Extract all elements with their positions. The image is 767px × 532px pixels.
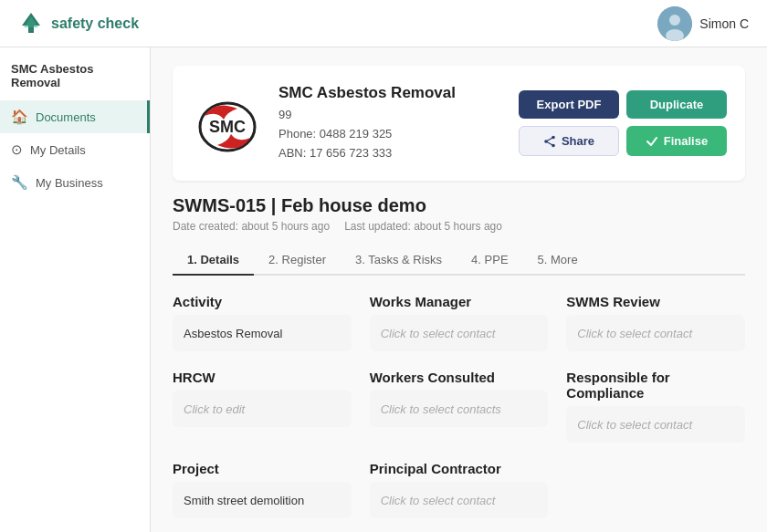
duplicate-button[interactable]: Duplicate <box>626 90 727 119</box>
tab-tasks-risks[interactable]: 3. Tasks & Risks <box>341 245 457 276</box>
principal-contractor-value[interactable]: Click to select contact <box>370 482 549 518</box>
swms-review-value[interactable]: Click to select contact <box>566 315 745 351</box>
sidebar: SMC Asbestos Removal 🏠 Documents ⊙ My De… <box>0 47 151 532</box>
sidebar-item-documents[interactable]: 🏠 Documents <box>0 100 150 133</box>
workers-consulted-field: Workers Consulted Click to select contac… <box>370 370 549 443</box>
export-pdf-button[interactable]: Export PDF <box>519 90 619 119</box>
share-label: Share <box>562 134 594 148</box>
hrcw-label: HRCW <box>173 370 352 385</box>
tabs: 1. Details 2. Register 3. Tasks & Risks … <box>173 245 745 276</box>
tab-more[interactable]: 5. More <box>523 245 593 276</box>
app-header: safety check Simon C <box>0 0 767 47</box>
tab-details[interactable]: 1. Details <box>173 245 254 276</box>
company-phone: Phone: 0488 219 325 <box>278 125 456 144</box>
home-icon: 🏠 <box>11 109 28 125</box>
responsible-compliance-value[interactable]: Click to select contact <box>566 406 745 443</box>
activity-label: Activity <box>173 294 352 309</box>
finalise-button[interactable]: Finalise <box>626 126 727 156</box>
sidebar-item-my-business[interactable]: 🔧 My Business <box>0 166 150 199</box>
company-logo: SMC <box>191 91 264 155</box>
works-manager-field: Works Manager Click to select contact <box>370 294 549 351</box>
svg-line-12 <box>546 141 553 146</box>
smc-logo-svg: SMC <box>192 92 263 154</box>
app-title: safety check <box>51 16 139 32</box>
project-field: Project Smith street demolition <box>173 461 352 518</box>
action-row-2: Share Finalise <box>519 126 727 156</box>
check-icon <box>646 135 658 148</box>
works-manager-label: Works Manager <box>370 294 549 309</box>
document-meta: Date created: about 5 hours ago Last upd… <box>173 220 745 233</box>
workers-consulted-value[interactable]: Click to select contacts <box>370 391 549 427</box>
date-created: Date created: about 5 hours ago <box>173 220 330 233</box>
project-label: Project <box>173 461 352 476</box>
document-title: SWMS-015 | Feb house demo <box>173 195 745 216</box>
sidebar-company: SMC Asbestos Removal <box>0 58 150 100</box>
tab-ppe[interactable]: 4. PPE <box>457 245 522 276</box>
company-actions: Export PDF Duplicate Share Finalise <box>519 90 727 156</box>
person-icon: ⊙ <box>11 141 23 158</box>
svg-text:SMC: SMC <box>209 118 246 136</box>
avatar-image <box>657 6 692 41</box>
hrcw-field: HRCW Click to edit <box>173 370 352 443</box>
company-info: SMC SMC Asbestos Removal 99 Phone: 0488 … <box>191 84 456 162</box>
user-name: Simon C <box>699 16 749 31</box>
sidebar-item-my-details[interactable]: ⊙ My Details <box>0 133 150 166</box>
action-row-1: Export PDF Duplicate <box>519 90 727 119</box>
logo-icon <box>18 11 44 37</box>
swms-review-field: SWMS Review Click to select contact <box>566 294 745 351</box>
svg-line-11 <box>546 137 553 141</box>
responsible-compliance-label: Responsible for Compliance <box>566 370 745 401</box>
finalise-label: Finalise <box>664 134 708 148</box>
wrench-icon: 🔧 <box>11 174 28 191</box>
company-details: SMC Asbestos Removal 99 Phone: 0488 219 … <box>278 84 456 162</box>
swms-review-label: SWMS Review <box>566 294 745 309</box>
responsible-compliance-field: Responsible for Compliance Click to sele… <box>566 370 745 443</box>
share-icon <box>543 135 556 148</box>
company-name: SMC Asbestos Removal <box>278 84 456 102</box>
sidebar-item-my-details-label: My Details <box>30 143 86 157</box>
avatar <box>657 6 692 41</box>
sidebar-item-documents-label: Documents <box>36 110 96 124</box>
details-grid: Activity Asbestos Removal Works Manager … <box>173 294 745 518</box>
workers-consulted-label: Workers Consulted <box>370 370 549 385</box>
project-value[interactable]: Smith street demolition <box>173 482 352 518</box>
activity-field: Activity Asbestos Removal <box>173 294 352 351</box>
principal-contractor-field: Principal Contractor Click to select con… <box>370 461 549 518</box>
hrcw-value[interactable]: Click to edit <box>173 391 352 427</box>
company-abn: ABN: 17 656 723 333 <box>278 144 456 163</box>
works-manager-value[interactable]: Click to select contact <box>370 315 549 351</box>
document-title-section: SWMS-015 | Feb house demo <box>173 195 745 216</box>
principal-contractor-label: Principal Contractor <box>370 461 549 476</box>
logo-area: safety check <box>18 11 139 37</box>
user-area: Simon C <box>657 6 749 41</box>
main-content: SMC SMC Asbestos Removal 99 Phone: 0488 … <box>151 47 767 532</box>
share-button[interactable]: Share <box>519 126 619 156</box>
last-updated: Last updated: about 5 hours ago <box>344 220 502 233</box>
tab-register[interactable]: 2. Register <box>254 245 341 276</box>
company-card: SMC SMC Asbestos Removal 99 Phone: 0488 … <box>173 66 745 181</box>
company-number: 99 <box>278 106 456 125</box>
sidebar-item-my-business-label: My Business <box>36 176 103 190</box>
activity-value[interactable]: Asbestos Removal <box>173 315 352 351</box>
svg-point-4 <box>669 15 680 26</box>
